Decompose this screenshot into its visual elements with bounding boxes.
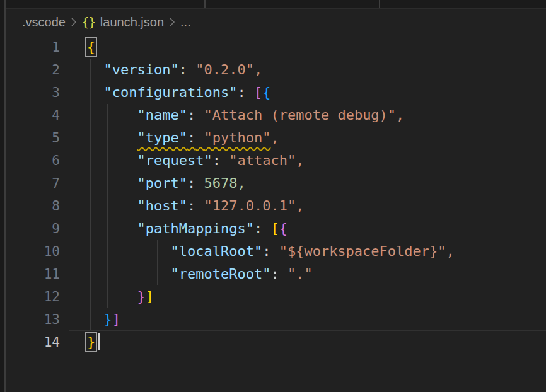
line-number[interactable]: 2 bbox=[6, 59, 69, 81]
code-line-content[interactable]: "version": "0.2.0", bbox=[69, 59, 546, 81]
code-line[interactable]: 10 "localRoot": "${workspaceFolder}", bbox=[6, 240, 546, 263]
code-token: "python" bbox=[204, 130, 270, 146]
code-token bbox=[195, 198, 204, 214]
code-token: "request" bbox=[137, 153, 212, 168]
code-token: : bbox=[187, 107, 195, 123]
code-line-content[interactable]: } bbox=[69, 331, 546, 354]
code-token: : bbox=[187, 175, 195, 191]
line-number[interactable]: 11 bbox=[6, 263, 69, 285]
bracket-match: { bbox=[87, 39, 95, 55]
code-token bbox=[87, 153, 137, 168]
code-token: "localRoot" bbox=[170, 243, 262, 259]
tab[interactable] bbox=[379, 0, 546, 8]
code-token bbox=[87, 243, 170, 259]
code-token: : bbox=[237, 84, 245, 100]
code-token bbox=[87, 311, 104, 327]
code-token bbox=[221, 153, 229, 168]
code-token bbox=[87, 198, 137, 214]
code-token: , bbox=[254, 62, 262, 78]
code-line-content[interactable]: { bbox=[69, 36, 546, 59]
code-token: "Attach (remote debug)" bbox=[204, 107, 396, 123]
code-line[interactable]: 8 "host": "127.0.0.1", bbox=[6, 195, 546, 217]
code-token: "127.0.0.1" bbox=[204, 198, 296, 214]
code-line[interactable]: 11 "remoteRoot": "." bbox=[6, 263, 546, 285]
code-token: , bbox=[396, 107, 404, 123]
code-line[interactable]: 3 "configurations": [{ bbox=[6, 81, 546, 104]
chevron-right-icon bbox=[169, 17, 175, 27]
code-token: } bbox=[104, 311, 112, 327]
code-token bbox=[87, 266, 170, 282]
line-number[interactable]: 13 bbox=[6, 308, 69, 331]
code-token bbox=[270, 243, 279, 259]
code-token: ] bbox=[112, 311, 120, 327]
code-token bbox=[87, 130, 137, 146]
code-token: : bbox=[212, 153, 221, 168]
code-token: [ bbox=[270, 221, 279, 236]
line-number[interactable]: 6 bbox=[6, 149, 69, 172]
code-token bbox=[195, 175, 204, 191]
line-number[interactable]: 1 bbox=[6, 36, 69, 59]
code-token: "name" bbox=[137, 107, 187, 123]
code-line-content[interactable]: "localRoot": "${workspaceFolder}", bbox=[69, 240, 546, 263]
chevron-right-icon bbox=[71, 17, 77, 27]
code-line[interactable]: 2 "version": "0.2.0", bbox=[6, 59, 546, 81]
code-token bbox=[195, 130, 204, 146]
breadcrumb-item-file[interactable]: launch.json bbox=[100, 15, 164, 30]
code-token: : bbox=[262, 243, 270, 259]
code-line-content[interactable]: "type": "python", bbox=[69, 127, 546, 149]
line-number[interactable]: 14 bbox=[6, 331, 69, 354]
code-line[interactable]: 5 "type": "python", bbox=[6, 127, 546, 149]
line-number[interactable]: 10 bbox=[6, 240, 69, 263]
code-line-content[interactable]: "configurations": [{ bbox=[69, 81, 546, 104]
code-line[interactable]: 14} bbox=[6, 331, 546, 354]
code-line-content[interactable]: "pathMappings": [{ bbox=[69, 217, 546, 240]
bracket-match: } bbox=[87, 334, 95, 350]
code-token bbox=[195, 107, 204, 123]
code-line-content[interactable]: "remoteRoot": "." bbox=[69, 263, 546, 285]
line-number[interactable]: 8 bbox=[6, 195, 69, 217]
code-token: : bbox=[270, 266, 279, 282]
code-line[interactable]: 1{ bbox=[6, 36, 546, 59]
code-token: , bbox=[270, 130, 279, 146]
line-number[interactable]: 12 bbox=[6, 285, 69, 308]
code-line-content[interactable]: }] bbox=[69, 308, 546, 331]
code-token bbox=[246, 84, 254, 100]
line-number[interactable]: 5 bbox=[6, 127, 69, 149]
code-token bbox=[87, 175, 137, 191]
line-number[interactable]: 7 bbox=[6, 172, 69, 195]
code-line[interactable]: 9 "pathMappings": [{ bbox=[6, 217, 546, 240]
code-token: "0.2.0" bbox=[195, 62, 254, 78]
code-token: "host" bbox=[137, 198, 187, 214]
code-line[interactable]: 6 "request": "attach", bbox=[6, 149, 546, 172]
code-token bbox=[87, 62, 104, 78]
code-token: : bbox=[179, 62, 187, 78]
tab[interactable] bbox=[6, 0, 204, 8]
tab[interactable] bbox=[204, 0, 379, 8]
breadcrumb-item-symbol-picker[interactable]: ... bbox=[180, 15, 191, 30]
code-line-content[interactable]: "port": 5678, bbox=[69, 172, 546, 195]
code-token bbox=[187, 62, 195, 78]
code-line-content[interactable]: }] bbox=[69, 285, 546, 308]
code-token: "pathMappings" bbox=[137, 221, 253, 236]
code-token: [ bbox=[254, 84, 262, 100]
code-line[interactable]: 7 "port": 5678, bbox=[6, 172, 546, 195]
breadcrumb-item-folder[interactable]: .vscode bbox=[22, 15, 66, 30]
code-token: "attach" bbox=[229, 153, 296, 168]
code-line-content[interactable]: "name": "Attach (remote debug)", bbox=[69, 104, 546, 127]
code-token bbox=[262, 221, 270, 236]
code-token: { bbox=[262, 84, 270, 100]
code-line-content[interactable]: "host": "127.0.0.1", bbox=[69, 195, 546, 217]
line-number[interactable]: 9 bbox=[6, 217, 69, 240]
line-number[interactable]: 4 bbox=[6, 104, 69, 127]
code-line[interactable]: 4 "name": "Attach (remote debug)", bbox=[6, 104, 546, 127]
code-area[interactable]: 1{2 "version": "0.2.0",3 "configurations… bbox=[6, 36, 546, 354]
code-line[interactable]: 13 }] bbox=[6, 308, 546, 331]
code-token: "configurations" bbox=[104, 84, 238, 100]
code-token: , bbox=[296, 198, 304, 214]
code-line[interactable]: 12 }] bbox=[6, 285, 546, 308]
line-number[interactable]: 3 bbox=[6, 81, 69, 104]
code-token: 5678 bbox=[204, 175, 237, 191]
code-line-content[interactable]: "request": "attach", bbox=[69, 149, 546, 172]
code-token: "${workspaceFolder}" bbox=[279, 243, 446, 259]
text-cursor bbox=[98, 333, 100, 350]
